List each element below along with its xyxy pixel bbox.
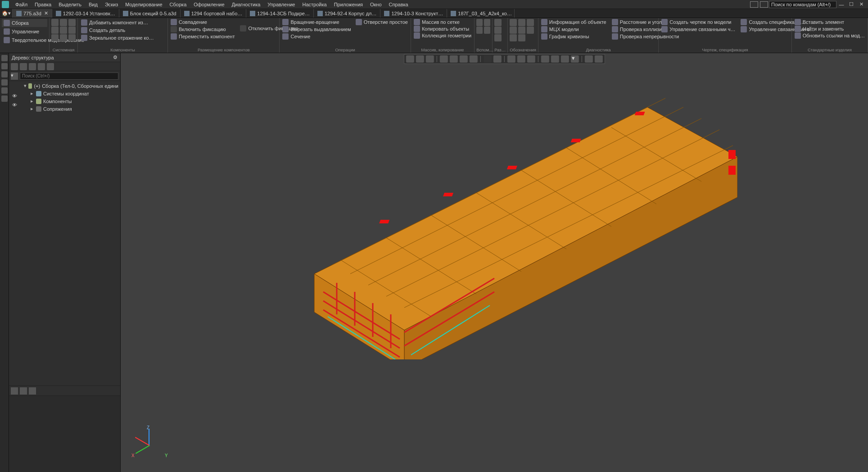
filter-icon[interactable]: ▾ <box>11 73 18 80</box>
cmd-create-part[interactable]: Создать деталь <box>80 27 166 34</box>
cmd-create-drawing[interactable]: Создать чертеж по модели <box>660 19 736 25</box>
system-cmd3[interactable] <box>68 19 76 26</box>
eye-icon[interactable]: 👁 <box>12 93 18 100</box>
vt-shade[interactable] <box>484 55 492 63</box>
not2[interactable] <box>518 19 525 26</box>
3d-viewport[interactable]: ▼ <box>121 53 868 472</box>
vt9[interactable] <box>517 55 525 63</box>
context-tab-0[interactable]: Сборка <box>2 19 47 27</box>
cmd-array-grid[interactable]: Массив по сетке <box>413 19 472 25</box>
tree-search-input[interactable] <box>20 73 118 80</box>
vt8[interactable] <box>507 55 515 63</box>
leftbar-btn1[interactable] <box>1 55 8 61</box>
tree-node[interactable]: ▸ Сопряжения <box>22 105 120 113</box>
context-tab-2[interactable]: Твердотельное моделирование <box>2 36 47 44</box>
menu-справка[interactable]: Справка <box>385 1 412 8</box>
minimize-button[interactable]: — <box>836 2 846 7</box>
vt11[interactable] <box>541 55 549 63</box>
cmd-move-component[interactable]: Переместить компонент <box>170 33 235 40</box>
vt1[interactable] <box>406 55 414 63</box>
close-button[interactable]: ✕ <box>856 1 866 7</box>
menu-сборка[interactable]: Сборка <box>166 1 190 8</box>
document-tab[interactable]: 1294-92-4 Корпус дл… <box>314 9 381 18</box>
leftbar-btn3[interactable] <box>1 71 8 77</box>
aux4[interactable] <box>484 27 490 34</box>
vt7[interactable] <box>470 55 478 63</box>
tree-tb1[interactable] <box>11 63 18 70</box>
system-cmd8[interactable] <box>60 34 67 41</box>
menu-эскиз[interactable]: Эскиз <box>101 1 122 8</box>
cmd-mirror-component[interactable]: Зеркальное отражение ко… <box>80 34 166 41</box>
not3[interactable] <box>527 19 534 26</box>
menu-вид[interactable]: Вид <box>85 1 101 8</box>
menu-приложения[interactable]: Приложения <box>330 1 366 8</box>
vt-wf[interactable] <box>493 55 502 63</box>
not5[interactable] <box>518 27 525 34</box>
menu-управление[interactable]: Управление <box>264 1 298 8</box>
context-tab-1[interactable]: Управление <box>2 27 47 36</box>
system-cmd7[interactable] <box>51 34 59 41</box>
aux3[interactable] <box>476 27 483 34</box>
not1[interactable] <box>510 19 517 26</box>
menu-правка[interactable]: Правка <box>31 1 55 8</box>
tree-tb5[interactable] <box>47 63 54 70</box>
cmd-mass-props[interactable]: МЦХ модели <box>540 26 607 32</box>
tree-bt2[interactable] <box>20 387 27 395</box>
tree-bt3[interactable] <box>29 387 36 395</box>
cmd-update-links[interactable]: Обновить ссылки на мод… <box>794 32 866 39</box>
system-cmd6[interactable] <box>68 27 76 34</box>
leftbar-btn2[interactable] <box>1 63 8 69</box>
command-search-input[interactable]: Поиск по командам (Alt+/) <box>769 1 836 8</box>
system-cmd2[interactable] <box>60 19 67 26</box>
tree-tb4[interactable] <box>38 63 45 70</box>
dim2[interactable] <box>494 27 502 34</box>
document-tab[interactable]: 1294 бортовой набо… <box>181 9 247 18</box>
cmd-section[interactable]: Сечение <box>281 33 352 40</box>
cmd-insert-element[interactable]: Вставить элемент <box>794 19 866 25</box>
vt6[interactable] <box>460 55 468 63</box>
menu-файл[interactable]: Файл <box>12 1 31 8</box>
cmd-enable-fix[interactable]: Включить фиксацию <box>170 26 235 32</box>
cmd-cut-extrude[interactable]: Вырезать выдавливанием <box>281 26 352 32</box>
maximize-button[interactable]: ☐ <box>846 1 856 7</box>
system-cmd5[interactable] <box>60 27 67 34</box>
cmd-manage-linked-drw[interactable]: Управление связанными ч… <box>660 26 736 32</box>
dim1[interactable] <box>494 19 502 26</box>
document-tab[interactable]: 1294-10-3 Конструкт… <box>380 9 447 18</box>
cmd-find-replace[interactable]: Найти и заменить <box>794 26 866 32</box>
tab-close-icon[interactable]: ✕ <box>44 10 48 16</box>
aux1[interactable] <box>476 19 483 26</box>
tree-bt1[interactable] <box>11 387 18 395</box>
not4[interactable] <box>510 27 517 34</box>
cmd-copy[interactable]: Копировать объекты <box>413 26 472 32</box>
dim3[interactable] <box>494 34 502 41</box>
tree-node[interactable]: ▸ Системы координат <box>22 90 120 97</box>
tree-tb3[interactable] <box>29 63 36 70</box>
orientation-triad[interactable]: Z Y X <box>131 427 167 463</box>
aux2[interactable] <box>484 19 490 26</box>
vt5[interactable] <box>450 55 458 63</box>
document-tab[interactable]: Блок секций 0-5.a3d <box>119 9 181 18</box>
menu-окно[interactable]: Окно <box>366 1 385 8</box>
eye-icon[interactable]: 👁 <box>12 102 18 109</box>
system-cmd9[interactable] <box>68 34 76 41</box>
menu-диагностика[interactable]: Диагностика <box>228 1 264 8</box>
not7[interactable] <box>510 34 517 41</box>
vt4[interactable] <box>440 55 448 63</box>
vt15[interactable] <box>595 55 603 63</box>
leftbar-btn5[interactable] <box>1 87 8 94</box>
tree-node[interactable]: ▸ Компоненты <box>22 97 120 105</box>
leftbar-btn4[interactable] <box>1 79 8 86</box>
vt3[interactable] <box>426 55 434 63</box>
tree-tb2[interactable] <box>20 63 27 70</box>
cmd-add-component[interactable]: Добавить компонент из… <box>80 19 166 26</box>
menu-моделирование[interactable]: Моделирование <box>122 1 166 8</box>
document-tab[interactable]: 775.a3d✕ <box>13 9 52 18</box>
vt-filter[interactable]: ▼ <box>571 55 579 63</box>
leftbar-btn6[interactable] <box>1 95 8 102</box>
home-tab[interactable]: 🏠▾ <box>0 9 13 18</box>
not8[interactable] <box>518 34 525 41</box>
document-tab[interactable]: 187Г_03_45_А2к4_ко… <box>447 9 515 18</box>
cmd-curvature[interactable]: График кривизны <box>540 33 607 40</box>
cmd-coincide[interactable]: Совпадение <box>170 19 235 25</box>
